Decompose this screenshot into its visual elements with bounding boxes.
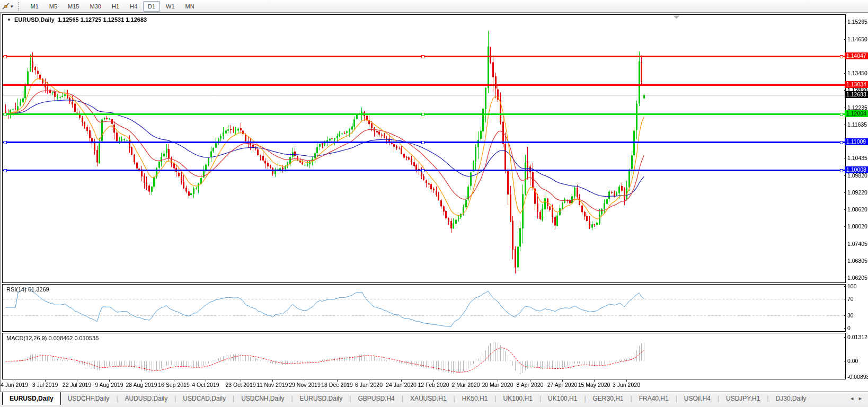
date-tick-label: 12 Feb 2020 xyxy=(418,382,449,388)
price-tick-mark xyxy=(844,175,846,176)
timeframe-button-m5[interactable]: M5 xyxy=(45,1,62,12)
price-tick-label: 1.08620 xyxy=(847,206,867,213)
line-price-label: 1.12004 xyxy=(845,110,868,117)
price-tick-mark xyxy=(844,125,846,125)
line-price-label: 1.13034 xyxy=(845,81,868,88)
rsi-tick-mark xyxy=(844,328,846,329)
rsi-tick-label: 100 xyxy=(847,283,857,289)
date-tick-label: 6 Jan 2020 xyxy=(355,382,383,388)
timeframe-buttons: M1M5M15M30H1H4D1W1MN xyxy=(25,1,200,12)
chart-tab-xauusd-h1[interactable]: XAUUSD,H1 xyxy=(403,392,454,405)
price-tick-label: 1.11635 xyxy=(847,121,867,128)
price-tick-label: 1.13450 xyxy=(847,70,867,76)
date-tick-label: 14 Jun 2019 xyxy=(0,382,28,388)
tab-scroll-arrows: ◄ ► xyxy=(849,392,868,405)
date-tick-label: 2 Mar 2020 xyxy=(451,382,480,388)
timeframe-button-mn[interactable]: MN xyxy=(181,1,199,12)
price-tick-label: 1.08020 xyxy=(847,223,867,229)
timeframe-button-d1[interactable]: D1 xyxy=(143,1,160,12)
status-strip xyxy=(0,405,868,407)
macd-canvas[interactable] xyxy=(3,333,845,379)
date-tick-label: 16 Sep 2019 xyxy=(158,382,190,388)
macd-indicator-pane: MACD(12,26,9) 0.008462 0.010535 xyxy=(2,333,846,379)
timeframe-button-h4[interactable]: H4 xyxy=(125,1,142,12)
macd-title: MACD(12,26,9) 0.008462 0.010535 xyxy=(6,335,99,341)
chart-tab-eurusd-daily[interactable]: EURUSD,Daily xyxy=(2,392,61,405)
chart-tab-usoil-h4[interactable]: USOil,H4 xyxy=(677,392,718,405)
trendline-tool-icon[interactable] xyxy=(2,2,10,11)
macd-tick-label: 0.00 xyxy=(847,358,858,364)
chart-tab-gbpusd-h4[interactable]: GBPUSD,H4 xyxy=(351,392,401,405)
timeframe-toolbar: ▾ M1M5M15M30H1H4D1W1MN xyxy=(0,0,868,13)
window-left-border xyxy=(0,13,1,407)
rsi-tick-label: 0 xyxy=(847,325,851,331)
price-chart-canvas[interactable] xyxy=(3,15,845,282)
chart-tab-usdchf-daily[interactable]: USDCHF,Daily xyxy=(61,392,117,405)
tab-scroll-left-icon[interactable]: ◄ xyxy=(849,396,854,401)
date-tick-label: 9 Aug 2019 xyxy=(95,382,123,388)
chart-tab-uk100-h1[interactable]: UK100,H1 xyxy=(541,392,584,405)
macd-tick-mark xyxy=(844,337,846,338)
price-tick-mark xyxy=(844,73,846,74)
line-price-label: 1.11009 xyxy=(845,138,868,145)
timeframe-button-w1[interactable]: W1 xyxy=(161,1,180,12)
date-tick-label: 3 Jul 2019 xyxy=(32,382,58,388)
price-tick-label: 1.15265 xyxy=(847,19,867,25)
macd-tick-mark xyxy=(844,361,846,361)
toolbar-grip[interactable] xyxy=(18,2,21,11)
price-axis[interactable]: 1.152651.146501.134501.128501.122351.116… xyxy=(844,13,868,407)
chart-tab-fra40-h1[interactable]: FRA40,H1 xyxy=(632,392,676,405)
date-tick-label: 22 Jul 2019 xyxy=(63,382,91,388)
price-tick-label: 1.07405 xyxy=(847,241,867,247)
rsi-tick-mark xyxy=(844,299,846,299)
price-tick-mark xyxy=(844,108,846,108)
chevron-down-icon[interactable]: ▾ xyxy=(11,4,13,9)
chart-tab-ger30-h1[interactable]: GER30,H1 xyxy=(586,392,631,405)
price-tick-mark xyxy=(844,209,846,210)
macd-tick-label: 0.013121 xyxy=(847,334,868,340)
chart-tab-audusd-daily[interactable]: AUDUSD,Daily xyxy=(118,392,175,405)
date-tick-label: 27 Apr 2020 xyxy=(547,382,578,388)
date-tick-label: 29 Nov 2019 xyxy=(289,382,321,388)
chart-tab-dj30-daily[interactable]: DJ30,Daily xyxy=(769,392,813,405)
date-axis[interactable]: 14 Jun 20193 Jul 201922 Jul 20199 Aug 20… xyxy=(0,380,848,388)
macd-tick-label: -0.00893 xyxy=(847,374,868,380)
chart-tab-uk100-h1[interactable]: UK100,H1 xyxy=(497,392,539,405)
chart-tab-usdjpy-h1[interactable]: USDJPY,H1 xyxy=(719,392,767,405)
chart-tab-usdcad-daily[interactable]: USDCAD,Daily xyxy=(176,392,233,405)
price-tick-mark xyxy=(844,39,846,40)
price-tick-mark xyxy=(844,158,846,158)
timeframe-button-m1[interactable]: M1 xyxy=(26,1,43,12)
bid-price-label: 1.12683 xyxy=(845,91,868,98)
price-tick-label: 1.14650 xyxy=(847,36,867,42)
chart-tab-eurusd-daily[interactable]: EURUSD,Daily xyxy=(293,392,350,405)
price-tick-mark xyxy=(844,244,846,244)
rsi-tick-label: 30 xyxy=(847,312,854,318)
price-tick-mark xyxy=(844,226,846,227)
price-tick-mark xyxy=(844,261,846,261)
price-chart-pane: ▼ EURUSD,Daily 1.12565 1.12725 1.12531 1… xyxy=(2,14,846,283)
date-tick-label: 28 Aug 2019 xyxy=(126,382,157,388)
price-tick-label: 1.10435 xyxy=(847,155,867,161)
timeframe-button-h1[interactable]: H1 xyxy=(107,1,124,12)
date-tick-label: 8 Apr 2020 xyxy=(517,382,544,388)
macd-tick-mark xyxy=(844,377,846,377)
chart-tab-usdcnh-daily[interactable]: USDCNH,Daily xyxy=(234,392,291,405)
date-tick-label: 4 Oct 2019 xyxy=(192,382,219,388)
date-tick-label: 11 Nov 2019 xyxy=(257,382,288,388)
rsi-canvas[interactable] xyxy=(3,285,845,331)
chart-title: EURUSD,Daily 1.12565 1.12725 1.12531 1.1… xyxy=(14,16,147,23)
timeframe-button-m15[interactable]: M15 xyxy=(63,1,84,12)
chart-tabs: EURUSD,DailyUSDCHF,Daily|AUDUSD,Daily|US… xyxy=(2,392,813,405)
tab-scroll-right-icon[interactable]: ► xyxy=(858,396,863,401)
date-tick-label: 24 Jan 2020 xyxy=(386,382,417,388)
price-tick-mark xyxy=(844,192,846,193)
chart-tab-bar: EURUSD,DailyUSDCHF,Daily|AUDUSD,Daily|US… xyxy=(0,392,868,405)
date-tick-label: 15 May 2020 xyxy=(578,382,610,388)
collapse-chart-icon[interactable]: ▼ xyxy=(7,17,11,22)
price-tick-mark xyxy=(844,278,846,278)
date-tick-label: 18 Dec 2019 xyxy=(321,382,353,388)
chart-tab-hk50-h1[interactable]: HK50,H1 xyxy=(455,392,495,405)
timeframe-button-m30[interactable]: M30 xyxy=(85,1,106,12)
rsi-indicator-pane: RSI(14) 61.3269 xyxy=(2,284,846,332)
